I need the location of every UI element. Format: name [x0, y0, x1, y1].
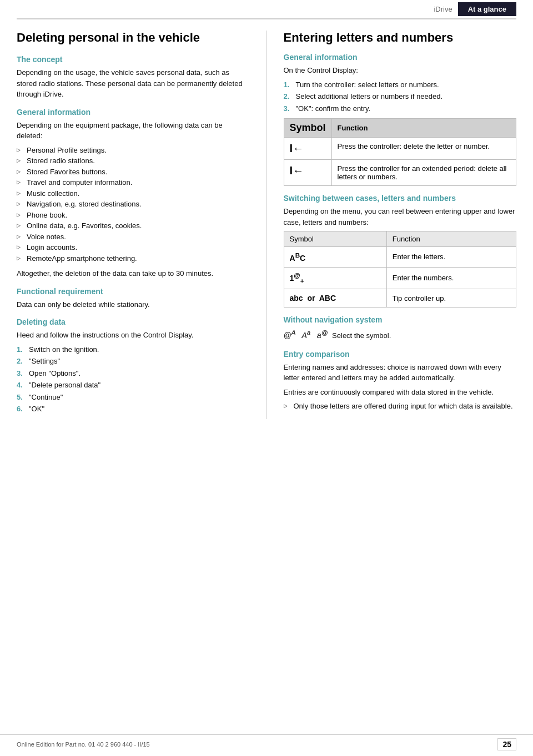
- switching-body: Depending on the menu, you can reel betw…: [284, 206, 517, 228]
- list-item: Login accounts.: [17, 242, 250, 253]
- function-cell: Enter the numbers.: [386, 267, 516, 289]
- list-item: 3."OK": confirm the entry.: [284, 103, 517, 114]
- right-page-title: Entering letters and numbers: [284, 31, 517, 45]
- list-item: 3.Open "Options".: [17, 368, 250, 379]
- list-item: 2.Select additional letters or numbers i…: [284, 91, 517, 102]
- without-nav-body: @A Aa a@ Select the symbol.: [284, 327, 517, 341]
- deleting-data-body: Heed and follow the instructions on the …: [17, 330, 250, 341]
- table-header-symbol: Symbol: [284, 119, 331, 138]
- right-section-heading-switching: Switching between cases, letters and num…: [284, 194, 517, 203]
- symbol-function-table-1: Symbol Function I← Press the controller:…: [284, 118, 517, 186]
- section-heading-functional: Functional requirement: [17, 287, 250, 296]
- general-info-footer: Altogether, the deletion of the data can…: [17, 268, 250, 279]
- section-heading-concept: The concept: [17, 55, 250, 64]
- list-item: Music collection.: [17, 188, 250, 199]
- list-item: Stored radio stations.: [17, 155, 250, 167]
- list-item: 5."Continue": [17, 392, 250, 403]
- table-header-function: Function: [386, 231, 516, 247]
- column-divider: [266, 31, 267, 419]
- list-item: Travel and computer information.: [17, 177, 250, 188]
- right-general-steps: 1.Turn the controller: select letters or…: [284, 79, 517, 114]
- right-section-heading-entry-comparison: Entry comparison: [284, 350, 517, 359]
- list-item: 2."Settings": [17, 356, 250, 367]
- list-item: 1.Turn the controller: select letters or…: [284, 79, 517, 90]
- entry-comparison-para1: Entering names and addresses: choice is …: [284, 362, 517, 384]
- right-section-heading-without-nav: Without navigation system: [284, 315, 517, 324]
- symbol-cell: I←: [284, 138, 331, 160]
- right-column: Entering letters and numbers General inf…: [284, 31, 517, 419]
- symbol-cell: 1@+: [284, 267, 386, 289]
- function-cell: Press the controller: delete the letter …: [331, 138, 516, 160]
- list-item: 4."Delete personal data": [17, 380, 250, 391]
- right-section-heading-general: General information: [284, 53, 517, 62]
- right-general-intro: On the Control Display:: [284, 65, 517, 76]
- nav-symbol-1: @A: [284, 331, 296, 340]
- table-row: abc or ABC Tip controller up.: [284, 289, 516, 308]
- table-row: I← Press the controller: delete the lett…: [284, 138, 516, 160]
- main-content: Deleting personal in the vehicle The con…: [0, 19, 533, 452]
- function-cell: Enter the letters.: [386, 247, 516, 268]
- footer-text: Online Edition for Part no. 01 40 2 960 …: [17, 741, 150, 748]
- functional-body: Data can only be deleted while stationar…: [17, 299, 250, 310]
- list-item: Only those letters are offered during in…: [284, 401, 517, 412]
- table-row: I← Press the controller for an extended …: [284, 160, 516, 186]
- entry-comparison-para2: Entries are continuously compared with d…: [284, 387, 517, 398]
- section-heading-general-info: General information: [17, 108, 250, 117]
- symbol-cell: abc or ABC: [284, 289, 386, 308]
- symbol-function-table-2: Symbol Function ABC Enter the letters. 1…: [284, 231, 517, 308]
- function-cell: Press the controller for an extended per…: [331, 160, 516, 186]
- function-cell: Tip controller up.: [386, 289, 516, 308]
- list-item: RemoteApp smartphone tethering.: [17, 253, 250, 264]
- table-row: ABC Enter the letters.: [284, 247, 516, 268]
- left-page-title: Deleting personal in the vehicle: [17, 31, 250, 45]
- table-header-function: Function: [331, 119, 516, 138]
- list-item: 6."OK": [17, 404, 250, 415]
- entry-comparison-bullets: Only those letters are offered during in…: [284, 401, 517, 412]
- list-item: Navigation, e.g. stored destinations.: [17, 199, 250, 210]
- list-item: Stored Favorites buttons.: [17, 167, 250, 178]
- header-tab-label: At a glance: [458, 2, 516, 16]
- list-item: Online data, e.g. Favorites, cookies.: [17, 220, 250, 231]
- deleting-data-steps: 1.Switch on the ignition. 2."Settings" 3…: [17, 344, 250, 415]
- header-idrive-label: iDrive: [434, 5, 452, 13]
- concept-body: Depending on the usage, the vehicle save…: [17, 67, 250, 100]
- page-footer: Online Edition for Part no. 01 40 2 960 …: [0, 734, 533, 750]
- section-heading-deleting-data: Deleting data: [17, 317, 250, 326]
- page-header: iDrive At a glance: [17, 0, 516, 19]
- left-column: Deleting personal in the vehicle The con…: [17, 31, 250, 419]
- table-row: 1@+ Enter the numbers.: [284, 267, 516, 289]
- general-info-bullet-list: Personal Profile settings. Stored radio …: [17, 145, 250, 264]
- symbol-cell: ABC: [284, 247, 386, 268]
- footer-page-number: 25: [497, 738, 516, 750]
- general-info-intro: Depending on the equipment package, the …: [17, 120, 250, 142]
- nav-symbol-3: a@: [315, 331, 328, 340]
- list-item: Phone book.: [17, 210, 250, 221]
- list-item: Personal Profile settings.: [17, 145, 250, 156]
- list-item: Voice notes.: [17, 231, 250, 243]
- list-item: 1.Switch on the ignition.: [17, 344, 250, 355]
- symbol-cell: I←: [284, 160, 331, 186]
- table-header-symbol: Symbol: [284, 231, 386, 247]
- nav-symbol-2: Aa: [300, 331, 310, 340]
